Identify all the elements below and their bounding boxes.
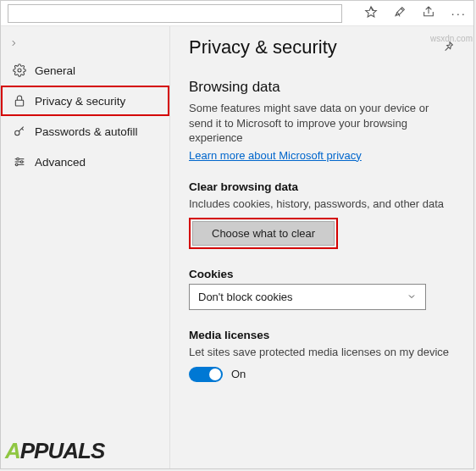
chevron-right-icon [9, 36, 18, 50]
sidebar-item-privacy-security[interactable]: Privacy & security [1, 86, 169, 116]
titlebar: ··· [1, 1, 473, 26]
header-row: Privacy & security [189, 36, 455, 58]
lock-icon [13, 94, 26, 108]
pin-icon[interactable] [441, 40, 455, 56]
privacy-learn-more-link[interactable]: Learn more about Microsoft privacy [189, 149, 362, 162]
media-licenses-heading: Media licenses [189, 329, 455, 341]
key-icon [13, 125, 26, 138]
more-icon[interactable]: ··· [451, 6, 467, 20]
cookies-heading: Cookies [189, 268, 455, 280]
cookies-dropdown[interactable]: Don't block cookies [189, 284, 426, 310]
choose-what-to-clear-highlight: Choose what to clear [189, 218, 338, 249]
sliders-icon [13, 155, 26, 169]
svg-point-1 [18, 69, 21, 72]
address-bar[interactable] [8, 4, 342, 23]
media-licenses-toggle[interactable] [189, 367, 223, 382]
content-area: General Privacy & security Passwords & a… [1, 26, 473, 468]
chevron-down-icon [407, 291, 417, 303]
svg-point-9 [15, 163, 18, 166]
clear-browsing-desc: Includes cookies, history, passwords, an… [189, 197, 455, 212]
gear-icon [13, 64, 26, 77]
sidebar-item-label: General [35, 64, 75, 77]
sidebar-item-advanced[interactable]: Advanced [1, 147, 169, 177]
page-title: Privacy & security [189, 36, 337, 58]
reading-list-icon[interactable] [393, 5, 407, 21]
sidebar-item-label: Advanced [35, 156, 86, 169]
svg-point-8 [20, 161, 23, 163]
favorites-icon[interactable] [364, 5, 378, 21]
media-licenses-desc: Let sites save protected media licenses … [189, 345, 455, 360]
settings-window: ··· General Privacy & security [0, 0, 474, 469]
sidebar-item-passwords-autofill[interactable]: Passwords & autofill [1, 116, 169, 147]
share-icon[interactable] [422, 5, 435, 21]
sidebar-item-label: Passwords & autofill [35, 125, 138, 138]
browsing-data-desc: Some features might save data on your de… [189, 101, 455, 146]
cookies-dropdown-value: Don't block cookies [198, 291, 293, 303]
clear-browsing-heading: Clear browsing data [189, 180, 455, 193]
sidebar: General Privacy & security Passwords & a… [1, 26, 170, 468]
back-button[interactable] [1, 31, 169, 55]
browsing-data-heading: Browsing data [189, 79, 455, 96]
sidebar-item-label: Privacy & security [35, 95, 125, 108]
svg-point-7 [17, 158, 19, 160]
sidebar-item-general[interactable]: General [1, 55, 169, 86]
media-licenses-toggle-label: On [231, 368, 246, 380]
svg-rect-2 [15, 100, 23, 106]
main-panel: Privacy & security Browsing data Some fe… [170, 26, 473, 468]
media-licenses-toggle-row: On [189, 367, 455, 382]
choose-what-to-clear-button[interactable]: Choose what to clear [192, 221, 335, 246]
